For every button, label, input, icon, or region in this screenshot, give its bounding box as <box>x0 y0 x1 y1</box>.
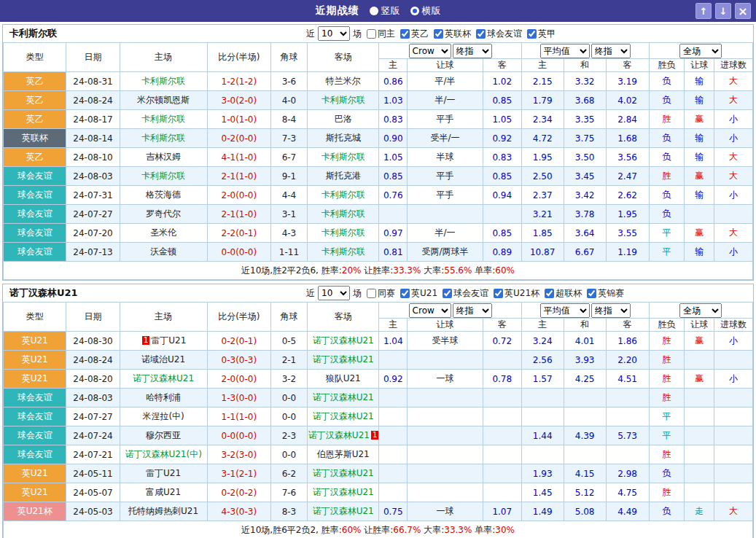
league-filter[interactable]: 英甲 <box>524 28 556 40</box>
home-team[interactable]: 格茨海德 <box>146 190 181 200</box>
team-title: 诺丁汉森林U21 <box>3 286 78 300</box>
odds-company-select[interactable]: Crow <box>409 303 451 318</box>
same-filter[interactable]: 同赛 <box>364 287 395 300</box>
home-team[interactable]: 穆尔西亚 <box>146 430 181 440</box>
away-team[interactable]: 卡利斯尔联 <box>322 208 365 219</box>
away-team[interactable]: 诺丁汉森林U21 <box>313 506 374 516</box>
away-team[interactable]: 诺丁汉森林U21 <box>313 354 374 364</box>
home-team[interactable]: 米涅拉(中) <box>142 411 184 421</box>
home-team[interactable]: 雷丁U21 <box>151 335 186 346</box>
match-date: 24-07-24 <box>66 426 120 445</box>
same-filter-checkbox[interactable] <box>367 289 376 298</box>
league-badge: 球会友谊 <box>4 389 66 408</box>
home-team[interactable]: 诺域治U21 <box>141 354 185 364</box>
away-team[interactable]: 斯托克港 <box>326 171 361 181</box>
move-up-button[interactable]: ↑ <box>695 3 712 19</box>
away-team[interactable]: 伯恩茅斯U21 <box>317 449 370 459</box>
avg-home: 3.21 <box>521 205 564 224</box>
same-filter-checkbox[interactable] <box>367 29 376 39</box>
home-team[interactable]: 米尔顿凯恩斯 <box>137 95 190 105</box>
away-team[interactable]: 狼队U21 <box>326 373 361 383</box>
match-score: 4-3(0-3) <box>207 502 270 521</box>
summary-segment: 20% <box>342 265 362 276</box>
home-team[interactable]: 卡利斯尔联 <box>141 76 185 86</box>
league-filter-checkbox[interactable] <box>494 289 503 298</box>
away-team[interactable]: 卡利斯尔联 <box>322 190 365 200</box>
home-team[interactable]: 卡利斯尔联 <box>141 171 185 181</box>
away-team[interactable]: 诺丁汉森林U21 <box>313 392 374 402</box>
dropdown-group: 平均值终指 <box>521 43 649 59</box>
away-team[interactable]: 诺丁汉森林U21 <box>313 335 374 346</box>
away-team[interactable]: 卡利斯尔联 <box>322 95 365 105</box>
goals-result-cell: 大 <box>714 167 753 186</box>
same-filter[interactable]: 同主 <box>364 28 395 40</box>
away-team[interactable]: 诺丁汉森林U21 <box>313 468 374 478</box>
layout-radio-horizontal[interactable]: 横版 <box>410 4 441 17</box>
home-team[interactable]: 托特纳姆热刺U21 <box>128 506 198 516</box>
away-team[interactable]: 卡利斯尔联 <box>322 227 365 238</box>
handicap-result-cell: 走 <box>685 502 714 521</box>
league-filter-checkbox[interactable] <box>476 29 486 39</box>
home-team[interactable]: 沃金顿 <box>150 246 176 257</box>
home-team[interactable]: 雷丁U21 <box>146 468 181 478</box>
home-team[interactable]: 卡利斯尔联 <box>141 114 185 124</box>
move-down-button[interactable]: ↓ <box>715 3 731 19</box>
odds-company-select[interactable]: Crow <box>409 44 451 58</box>
league-filter-checkbox[interactable] <box>443 289 452 298</box>
result-cell: 平 <box>649 426 685 445</box>
league-filter-checkbox[interactable] <box>400 289 410 298</box>
league-filter[interactable]: 超联杯 <box>542 287 582 300</box>
league-badge: 英U21 <box>4 483 66 502</box>
away-team[interactable]: 诺丁汉森林U21 <box>308 430 370 440</box>
away-team[interactable]: 诺丁汉森林U21 <box>313 487 374 497</box>
league-filter[interactable]: 英U21 <box>397 287 437 300</box>
league-filter[interactable]: 球会友谊 <box>473 28 522 40</box>
league-filter[interactable]: 英乙 <box>397 28 429 40</box>
match-date: 24-07-13 <box>66 243 120 262</box>
odds-away: 0.72 <box>483 332 521 351</box>
league-filter-checkbox[interactable] <box>434 29 443 39</box>
avg-final-select[interactable]: 终指 <box>591 303 631 318</box>
league-filter[interactable]: 英U21杯 <box>491 287 539 300</box>
avg-final-select[interactable]: 终指 <box>591 44 631 58</box>
away-team[interactable]: 巴洛 <box>335 114 352 124</box>
match-score: 0-0(0-0) <box>207 426 270 445</box>
scope-select[interactable]: 全场 <box>679 44 722 58</box>
league-filter-checkbox[interactable] <box>527 29 537 39</box>
home-team[interactable]: 圣米伦 <box>150 227 176 238</box>
home-team[interactable]: 诺丁汉森林U21(中) <box>125 449 201 459</box>
away-team[interactable]: 卡利斯尔联 <box>322 246 365 257</box>
league-filter[interactable]: 英锦赛 <box>584 287 624 300</box>
col-header: 类型 <box>4 303 66 332</box>
avg-away: 2.20 <box>606 351 649 370</box>
home-team[interactable]: 吉林汉姆 <box>146 152 181 162</box>
close-button[interactable]: × <box>735 3 751 19</box>
odds-final-select[interactable]: 终指 <box>453 303 492 318</box>
avg-type-select[interactable]: 平均值 <box>540 303 590 318</box>
away-team[interactable]: 卡利斯尔联 <box>322 152 365 162</box>
home-team-cell: 诺丁汉森林U21 <box>120 370 207 389</box>
match-count-select[interactable]: 10 <box>318 26 350 41</box>
away-team[interactable]: 斯托克城 <box>326 133 361 143</box>
league-filter[interactable]: 球会友谊 <box>440 287 488 300</box>
layout-radio-vertical[interactable]: 竖版 <box>370 4 400 17</box>
league-filter[interactable]: 英联杯 <box>431 28 471 40</box>
scope-select[interactable]: 全场 <box>679 303 722 318</box>
sub-col-header: 客 <box>606 319 649 332</box>
away-team[interactable]: 特兰米尔 <box>326 76 361 86</box>
avg-draw: 3.42 <box>564 186 606 205</box>
odds-final-select[interactable]: 终指 <box>453 44 492 58</box>
home-team[interactable]: 哈特利浦 <box>146 392 181 402</box>
avg-away: 4.75 <box>606 483 649 502</box>
league-filter-checkbox[interactable] <box>587 289 596 298</box>
away-team[interactable]: 诺丁汉森林U21 <box>313 411 374 421</box>
league-filter-checkbox[interactable] <box>400 29 410 39</box>
league-filter-checkbox[interactable] <box>545 289 554 298</box>
match-count-select[interactable]: 10 <box>318 286 350 300</box>
avg-type-select[interactable]: 平均值 <box>540 44 590 58</box>
home-team[interactable]: 富咸U21 <box>146 487 181 497</box>
home-team[interactable]: 罗奇代尔 <box>146 208 181 219</box>
odds-handicap: 半球 <box>408 148 483 167</box>
home-team[interactable]: 诺丁汉森林U21 <box>133 373 194 383</box>
home-team[interactable]: 卡利斯尔联 <box>141 133 185 143</box>
